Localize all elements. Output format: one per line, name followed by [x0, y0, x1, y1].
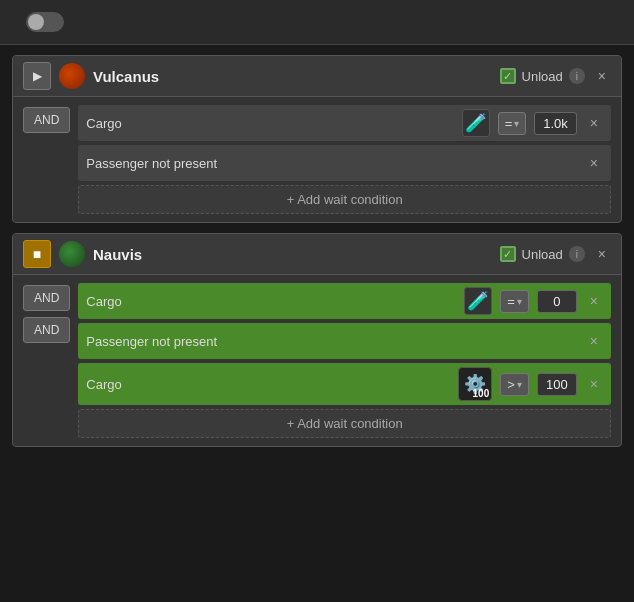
cargo-label: Cargo [86, 116, 453, 131]
add-condition-button-vulcanus[interactable]: + Add wait condition [78, 185, 611, 214]
unload-label-vulcanus: Unload [522, 69, 563, 84]
station-body-nauvis: ANDANDCargo🧪=▾0×Passenger not present×Ca… [13, 275, 621, 446]
checkmark-icon: ✓ [503, 71, 512, 82]
info-icon-nauvis[interactable]: i [569, 246, 585, 262]
value-box-nauvis-0[interactable]: 0 [537, 290, 577, 313]
condition-row-vulcanus-1: Passenger not present× [78, 145, 611, 181]
operator-button-vulcanus-0[interactable]: =▾ [498, 112, 527, 135]
passenger-label: Passenger not present [86, 334, 576, 349]
item-icon-nauvis-0[interactable]: 🧪 [464, 287, 492, 315]
remove-condition-button-nauvis-2[interactable]: × [585, 374, 603, 394]
checkmark-icon: ✓ [503, 249, 512, 260]
close-station-button-nauvis[interactable]: × [593, 244, 611, 264]
unload-section-nauvis: ✓Unloadi [500, 246, 585, 262]
main-content: ▶Vulcanus✓Unloadi×ANDCargo🧪=▾1.0k×Passen… [0, 45, 634, 457]
conditions-area-nauvis: ANDANDCargo🧪=▾0×Passenger not present×Ca… [23, 283, 611, 438]
item-icon-nauvis-2[interactable]: ⚙️100 [458, 367, 492, 401]
planet-icon-nauvis [59, 241, 85, 267]
play-button-vulcanus[interactable]: ▶ [23, 62, 51, 90]
station-header-nauvis: ■Nauvis✓Unloadi× [13, 234, 621, 275]
and-buttons-vulcanus: AND [23, 105, 70, 133]
condition-row-vulcanus-0: Cargo🧪=▾1.0k× [78, 105, 611, 141]
station-card-vulcanus: ▶Vulcanus✓Unloadi×ANDCargo🧪=▾1.0k×Passen… [12, 55, 622, 223]
unload-section-vulcanus: ✓Unloadi [500, 68, 585, 84]
info-icon-vulcanus[interactable]: i [569, 68, 585, 84]
and-button-nauvis-1[interactable]: AND [23, 285, 70, 311]
cargo-label: Cargo [86, 377, 450, 392]
unload-checkbox-vulcanus[interactable]: ✓ [500, 68, 516, 84]
remove-condition-button-vulcanus-0[interactable]: × [585, 113, 603, 133]
unload-label-nauvis: Unload [522, 247, 563, 262]
item-icon-vulcanus-0[interactable]: 🧪 [462, 109, 490, 137]
condition-row-nauvis-2: Cargo⚙️100>▾100× [78, 363, 611, 405]
close-station-button-vulcanus[interactable]: × [593, 66, 611, 86]
value-box-nauvis-2[interactable]: 100 [537, 373, 577, 396]
stop-button-nauvis[interactable]: ■ [23, 240, 51, 268]
station-header-vulcanus: ▶Vulcanus✓Unloadi× [13, 56, 621, 97]
conditions-list-vulcanus: Cargo🧪=▾1.0k×Passenger not present×+ Add… [78, 105, 611, 214]
passenger-label: Passenger not present [86, 156, 576, 171]
conditions-area-vulcanus: ANDCargo🧪=▾1.0k×Passenger not present×+ … [23, 105, 611, 214]
station-body-vulcanus: ANDCargo🧪=▾1.0k×Passenger not present×+ … [13, 97, 621, 222]
condition-row-nauvis-1: Passenger not present× [78, 323, 611, 359]
and-button-vulcanus-1[interactable]: AND [23, 107, 70, 133]
remove-condition-button-nauvis-0[interactable]: × [585, 291, 603, 311]
remove-condition-button-vulcanus-1[interactable]: × [585, 153, 603, 173]
station-name-nauvis: Nauvis [93, 246, 492, 263]
toggle-knob [28, 14, 44, 30]
value-box-vulcanus-0[interactable]: 1.0k [534, 112, 577, 135]
remove-condition-button-nauvis-1[interactable]: × [585, 331, 603, 351]
top-bar [0, 0, 634, 45]
planet-icon-vulcanus [59, 63, 85, 89]
and-buttons-nauvis: ANDAND [23, 283, 70, 343]
and-button-nauvis-2[interactable]: AND [23, 317, 70, 343]
conditions-list-nauvis: Cargo🧪=▾0×Passenger not present×Cargo⚙️1… [78, 283, 611, 438]
add-condition-button-nauvis[interactable]: + Add wait condition [78, 409, 611, 438]
cargo-label: Cargo [86, 294, 456, 309]
station-name-vulcanus: Vulcanus [93, 68, 492, 85]
unload-checkbox-nauvis[interactable]: ✓ [500, 246, 516, 262]
operator-button-nauvis-2[interactable]: >▾ [500, 373, 529, 396]
toggle-switch[interactable] [26, 12, 64, 32]
condition-row-nauvis-0: Cargo🧪=▾0× [78, 283, 611, 319]
operator-button-nauvis-0[interactable]: =▾ [500, 290, 529, 313]
station-card-nauvis: ■Nauvis✓Unloadi×ANDANDCargo🧪=▾0×Passenge… [12, 233, 622, 447]
